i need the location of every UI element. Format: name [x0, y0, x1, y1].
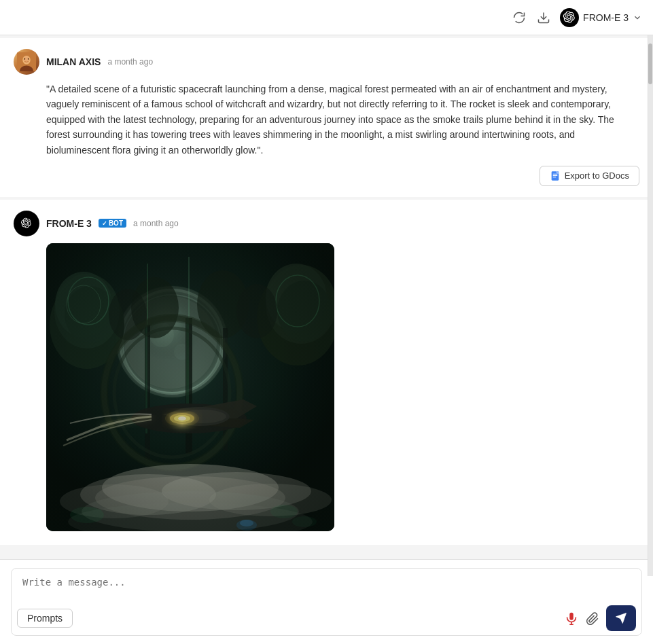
openai-logo-icon [560, 8, 579, 27]
svg-point-6 [24, 58, 25, 60]
svg-point-71 [148, 398, 216, 439]
user-timestamp: a month ago [107, 57, 153, 67]
export-btn-area: Export to GDocs [14, 166, 639, 186]
bot-name-label: FROM-E 3 [583, 12, 629, 23]
generated-image-svg [46, 243, 334, 531]
bot-sender-name: FROM-E 3 [46, 218, 92, 229]
bot-message: FROM-E 3 ✓ BOT a month ago [0, 200, 653, 545]
send-button[interactable] [606, 605, 636, 631]
svg-point-7 [28, 58, 29, 60]
svg-rect-11 [552, 177, 556, 177]
export-to-gdocs-button[interactable]: Export to GDocs [540, 166, 639, 186]
user-sender-name: MILAN AXIS [46, 56, 101, 67]
bot-badge: ✓ BOT [99, 219, 126, 228]
app-container: FROM-E 3 [0, 0, 653, 644]
user-avatar-image [17, 52, 36, 71]
bot-selector[interactable]: FROM-E 3 [560, 8, 642, 27]
svg-rect-70 [46, 243, 334, 531]
scrollbar-thumb[interactable] [648, 43, 652, 84]
export-label: Export to GDocs [565, 171, 629, 181]
bot-avatar-openai-icon [18, 215, 35, 232]
bot-timestamp: a month ago [133, 219, 179, 228]
input-toolbar: Prompts [12, 601, 641, 635]
send-icon [615, 612, 627, 624]
refresh-button[interactable] [511, 10, 527, 26]
check-icon: ✓ [102, 220, 107, 227]
gdocs-icon [550, 171, 561, 181]
microphone-button[interactable] [564, 610, 579, 626]
prompts-button[interactable]: Prompts [17, 609, 73, 628]
attachment-button[interactable] [586, 611, 599, 625]
svg-point-1 [560, 8, 579, 27]
user-message-header: MILAN AXIS a month ago [14, 49, 639, 75]
input-right-icons [564, 605, 636, 631]
message-input-wrapper: Prompts [11, 568, 642, 636]
scrollbar[interactable] [648, 35, 653, 576]
user-message: MILAN AXIS a month ago "A detailed scene… [0, 38, 653, 197]
bot-avatar [14, 211, 39, 236]
svg-rect-72 [569, 613, 573, 620]
attachment-icon [586, 612, 599, 626]
message-input[interactable] [12, 569, 641, 598]
svg-rect-10 [552, 175, 557, 176]
bot-message-header: FROM-E 3 ✓ BOT a month ago [14, 211, 639, 236]
user-message-content: "A detailed scene of a futuristic spacec… [46, 82, 639, 158]
svg-rect-9 [552, 174, 557, 175]
bot-image-container [46, 243, 639, 531]
header: FROM-E 3 [0, 0, 653, 35]
chevron-down-icon [633, 13, 642, 22]
download-button[interactable] [535, 10, 552, 26]
microphone-icon [564, 611, 579, 626]
user-avatar [14, 49, 39, 75]
input-area: Prompts [0, 559, 653, 644]
chat-area: MILAN AXIS a month ago "A detailed scene… [0, 35, 653, 559]
svg-point-5 [23, 56, 30, 64]
ai-generated-image[interactable] [46, 243, 334, 531]
